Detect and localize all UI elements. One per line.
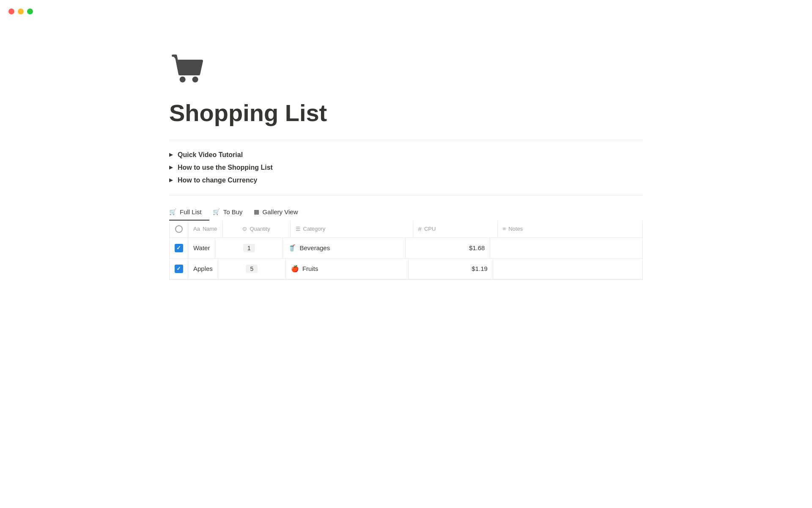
checkbox-water[interactable] [175,244,183,252]
toggle-label-3: How to change Currency [178,177,257,184]
svg-point-1 [192,77,198,83]
td-cpu-apples[interactable]: $1.19 [409,259,493,279]
toggle-arrow-3: ▶ [169,177,173,183]
maximize-button[interactable] [27,8,33,14]
toggle-list: ▶ Quick Video Tutorial ▶ How to use the … [169,149,643,187]
toggle-item-currency[interactable]: ▶ How to change Currency [169,174,643,187]
th-cpu-icon: # [418,225,422,232]
table-row: Water 1 🥤 Beverages $1.68 [170,238,642,259]
toggle-label-2: How to use the Shopping List [178,164,273,171]
table-container: Aa Name ⊙ Quantity ☰ Category # CPU ≡ No… [169,221,643,280]
minimize-button[interactable] [18,8,24,14]
td-name-apples[interactable]: Apples [188,259,218,279]
page-title: Shopping List [169,100,643,126]
td-cpu-water[interactable]: $1.68 [406,238,490,258]
category-apples: Fruits [302,265,318,272]
th-category-icon: ☰ [296,226,301,232]
cpu-water: $1.68 [469,244,485,251]
page-icon [169,51,643,90]
th-name-label: Name [203,226,217,232]
grid-tab-icon-gallery: ▦ [254,208,259,215]
td-name-water[interactable]: Water [188,238,215,258]
th-notes-label: Notes [508,226,523,232]
toggle-item-how-to-use[interactable]: ▶ How to use the Shopping List [169,161,643,174]
tab-full-list[interactable]: 🛒 Full List [169,204,209,221]
check-all-icon[interactable] [175,225,183,233]
cpu-apples: $1.19 [472,265,488,272]
toggle-arrow-2: ▶ [169,165,173,170]
th-notes: ≡ Notes [498,221,658,237]
bottom-divider [169,195,643,196]
td-check-water[interactable] [170,238,188,258]
top-divider [169,140,643,140]
th-quantity-label: Quantity [250,226,270,232]
th-cpu-label: CPU [424,226,436,232]
table-header: Aa Name ⊙ Quantity ☰ Category # CPU ≡ No… [170,221,642,238]
tab-to-buy[interactable]: 🛒 To Buy [213,204,250,221]
svg-point-0 [180,77,186,83]
td-notes-apples[interactable] [493,259,654,279]
th-check [170,221,188,237]
td-quantity-apples[interactable]: 5 [218,259,286,279]
main-content: Shopping List ▶ Quick Video Tutorial ▶ H… [110,0,702,305]
th-name-icon: Aa [193,226,200,232]
category-water: Beverages [299,244,330,251]
cart-tab-icon-fulllist: 🛒 [169,208,176,215]
traffic-lights [8,8,33,14]
th-category: ☰ Category [291,221,413,237]
qty-water: 1 [243,244,255,252]
name-apples: Apples [193,265,213,272]
toggle-item-tutorial[interactable]: ▶ Quick Video Tutorial [169,149,643,161]
th-cpu: # CPU [413,221,498,237]
td-category-water[interactable]: 🥤 Beverages [283,238,406,258]
table-row: Apples 5 🍎 Fruits $1.19 [170,259,642,279]
name-water: Water [193,244,210,251]
td-category-apples[interactable]: 🍎 Fruits [286,259,409,279]
category-icon-apples: 🍎 [291,265,299,273]
tabs-row: 🛒 Full List 🛒 To Buy ▦ Gallery View [169,204,643,221]
toggle-label-1: Quick Video Tutorial [178,151,243,159]
qty-apples: 5 [246,265,258,273]
td-notes-water[interactable] [490,238,651,258]
td-quantity-water[interactable]: 1 [215,238,283,258]
th-quantity-icon: ⊙ [242,226,247,232]
th-name: Aa Name [188,221,223,237]
toggle-arrow-1: ▶ [169,152,173,157]
category-icon-water: 🥤 [288,244,296,252]
th-quantity: ⊙ Quantity [223,221,291,237]
tab-label-full-list: Full List [180,208,202,215]
cart-tab-icon-tobuy: 🛒 [213,208,220,215]
checkbox-apples[interactable] [175,265,183,273]
close-button[interactable] [8,8,14,14]
tab-label-gallery-view: Gallery View [263,208,298,215]
tab-gallery-view[interactable]: ▦ Gallery View [254,204,306,221]
tab-label-to-buy: To Buy [223,208,243,215]
th-category-label: Category [303,226,326,232]
th-notes-icon: ≡ [503,226,506,232]
td-check-apples[interactable] [170,259,188,279]
